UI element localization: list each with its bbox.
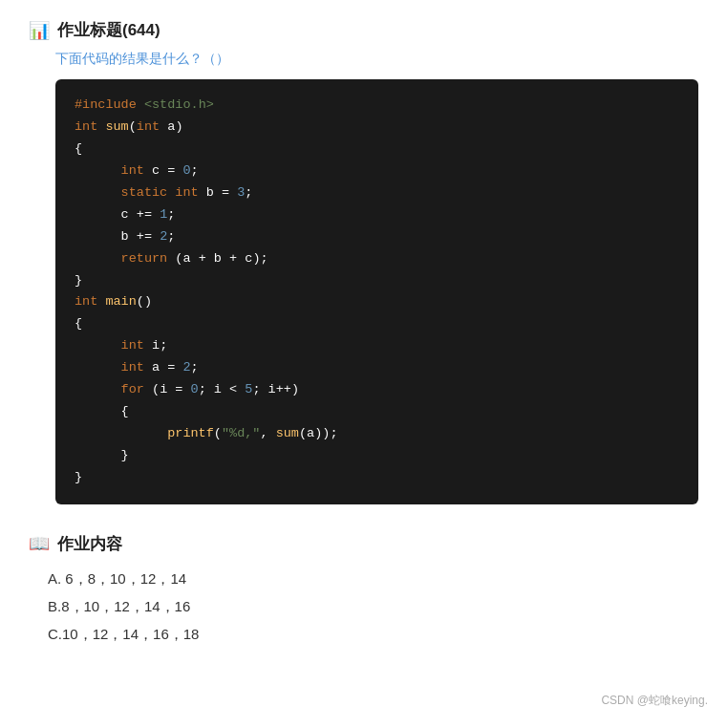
- homework-section: 📖 作业内容 A. 6，8，10，12，14 B.8，10，12，14，16 C…: [29, 533, 698, 644]
- page-title: 作业标题(644): [57, 19, 160, 41]
- option-c: C.10，12，14，16，18: [48, 626, 698, 644]
- chart-icon: 📊: [29, 20, 50, 41]
- book-icon: 📖: [29, 533, 50, 554]
- options-list: A. 6，8，10，12，14 B.8，10，12，14，16 C.10，12，…: [48, 570, 698, 644]
- code-block: #include <stdio.h> int sum(int a) { int …: [55, 79, 698, 504]
- subtitle-text: 下面代码的结果是什么？（）: [55, 51, 698, 68]
- option-b: B.8，10，12，14，16: [48, 598, 698, 616]
- homework-title-text: 作业内容: [57, 533, 122, 555]
- code-include: #include: [75, 97, 137, 112]
- header-section: 📊 作业标题(644): [29, 19, 698, 41]
- watermark: CSDN @蛇喰keying.: [601, 693, 708, 709]
- option-a: A. 6，8，10，12，14: [48, 570, 698, 589]
- homework-title-row: 📖 作业内容: [29, 533, 698, 555]
